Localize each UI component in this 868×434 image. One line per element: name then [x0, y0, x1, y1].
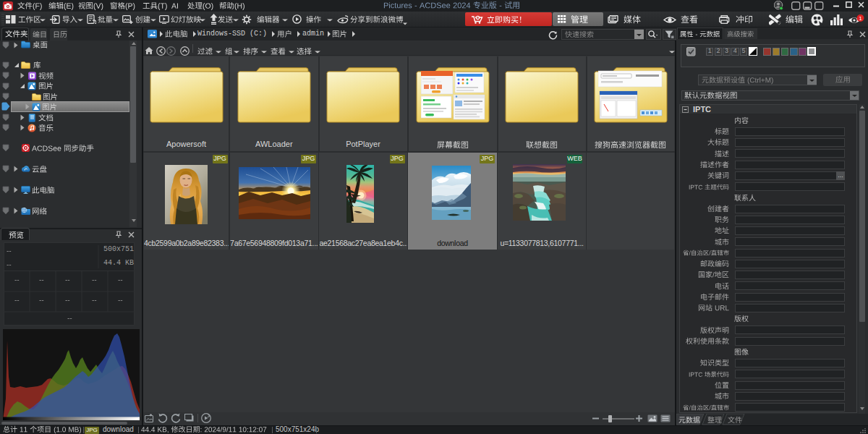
svg-text:1: 1	[859, 15, 862, 22]
